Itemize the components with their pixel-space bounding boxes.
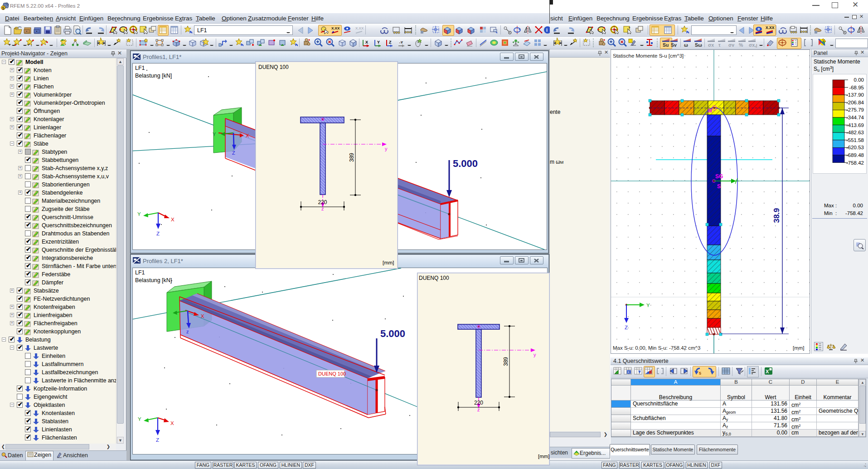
svg-text:5: 5 [2,6,5,10]
svg-text:X: X [170,420,174,426]
svg-text:[mm]: [mm] [383,260,394,265]
svg-text:Sω: Sω [695,42,702,48]
svg-text:i: i [546,27,548,33]
svg-text:X.XX: X.XX [355,26,364,30]
svg-text:τ: τ [718,42,721,48]
svg-text:-Y: -Y [399,40,403,44]
svg-text:z: z [477,407,480,412]
svg-text:389: 389 [503,357,509,366]
svg-text:X: X [201,313,204,319]
svg-text:SG: SG [715,173,723,180]
svg-text:+: + [145,25,147,30]
svg-text:Belastung [kN]: Belastung [kN] [135,277,172,283]
svg-text:389: 389 [349,153,355,162]
svg-text:Y: Y [377,40,380,44]
svg-text:Sv: Sv [671,42,677,48]
svg-text:Z: Z [156,437,159,443]
svg-text:[mm]: [mm] [538,454,549,459]
svg-text:σx: σx [708,42,714,48]
svg-text:LF1: LF1 [135,269,145,276]
svg-text:-206.84: -206.84 [846,100,864,105]
svg-text:%: % [739,42,743,48]
svg-text:38.9: 38.9 [772,208,781,223]
svg-text:σv: σv [728,42,734,48]
svg-text:-689.48: -689.48 [846,152,864,158]
svg-text:Max S-u: 0.00, Min S-u: -758.4: Max S-u: 0.00, Min S-u: -758.42 cm^3 [613,345,700,351]
svg-text:-137.90: -137.90 [846,92,864,98]
svg-text:-482.63: -482.63 [846,130,864,135]
svg-text:-275.79: -275.79 [846,107,864,112]
svg-text:X: X [766,369,769,374]
svg-text:Su: Su [663,42,669,48]
svg-text:-758.42: -758.42 [846,160,864,166]
svg-text:X: X [171,217,175,222]
svg-text:Y: Y [213,132,216,137]
svg-text:LF1: LF1 [135,65,145,71]
svg-text:y: y [385,146,388,151]
svg-text:DUENQ 100: DUENQ 100 [258,64,289,70]
svg-text:0.00: 0.00 [854,77,864,83]
svg-text:-551.58: -551.58 [846,137,864,143]
svg-text:5: 5 [699,371,701,376]
svg-text:220: 220 [318,199,327,205]
svg-text:5.000: 5.000 [380,328,405,339]
svg-text:Y: Y [646,303,650,308]
svg-text:S: S [717,183,721,190]
svg-text:Z: Z [389,40,392,44]
svg-text:Belastung [kN]: Belastung [kN] [135,73,172,79]
svg-text:+: + [628,25,630,30]
svg-text:X: X [246,133,249,138]
svg-text:Y: Y [138,416,141,422]
svg-text:X: X [365,40,368,44]
svg-text:-68.95: -68.95 [849,85,864,90]
svg-text:Z: Z [156,231,160,236]
svg-text:Statische Momente S-u [cm^3]: Statische Momente S-u [cm^3] [613,53,684,59]
svg-text:X.XX: X.XX [766,25,775,30]
svg-text:-413.69: -413.69 [846,122,864,128]
svg-text:σx,pl: σx,pl [749,42,757,48]
svg-text:X.XX: X.XX [331,26,340,30]
svg-text:-620.53: -620.53 [846,145,864,150]
svg-text:5.000: 5.000 [453,158,478,169]
svg-text:z: z [186,329,189,334]
svg-text:Z: Z [625,325,628,330]
svg-text:+: + [627,370,630,374]
svg-text:[mm]: [mm] [793,345,805,351]
svg-text:DUENQ 100: DUENQ 100 [318,371,346,376]
svg-text:Z: Z [232,150,235,156]
svg-text:y: y [533,352,536,357]
svg-text:220: 220 [474,400,483,406]
svg-text:Y: Y [137,211,141,217]
svg-text:✕: ✕ [620,39,624,44]
svg-text:M: M [708,108,712,113]
svg-text:ω: ω [684,42,688,48]
svg-text:DUENQ 100: DUENQ 100 [419,275,449,281]
svg-text:✕: ✕ [328,39,331,44]
svg-text:-344.74: -344.74 [846,115,864,120]
